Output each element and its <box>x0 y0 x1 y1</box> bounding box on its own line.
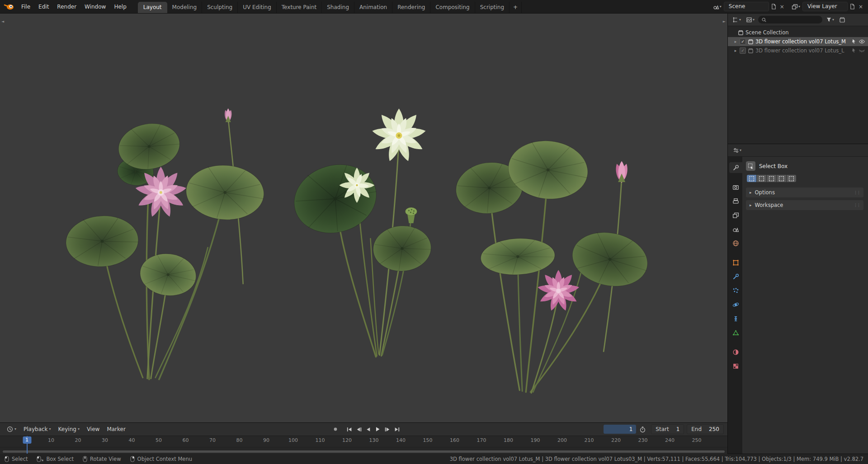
props-tab-constraints-icon[interactable] <box>729 313 742 324</box>
new-view-layer-icon[interactable] <box>849 3 856 10</box>
ruler-tick: 100 <box>288 437 298 443</box>
tab-texture-paint[interactable]: Texture Paint <box>277 2 322 13</box>
current-frame-indicator[interactable]: 1 <box>23 436 31 444</box>
blender-logo-icon[interactable] <box>4 3 14 11</box>
outliner-display-mode-icon[interactable]: ▾ <box>745 16 756 24</box>
disclosure-triangle-icon: ▸ <box>750 190 752 195</box>
section-options[interactable]: ▸ Options ⋮⋮ <box>746 187 863 197</box>
menu-help[interactable]: Help <box>110 2 130 11</box>
props-tab-scene-icon[interactable] <box>729 224 742 234</box>
sidebar-region-toggle-icon[interactable]: ► <box>723 20 726 23</box>
collection-icon <box>748 48 754 54</box>
props-tab-view-layer-icon[interactable] <box>729 210 742 220</box>
expand-arrow-icon[interactable]: ▸ <box>733 48 738 53</box>
select-mode-intersect-button[interactable] <box>787 175 796 182</box>
select-mode-subtract-button[interactable] <box>767 175 776 182</box>
props-tab-texture-icon[interactable] <box>729 361 742 371</box>
timeline-ruler[interactable]: 1020304050607080901001101201301401501601… <box>0 436 727 447</box>
jump-to-end-button[interactable] <box>393 426 401 433</box>
props-tab-output-icon[interactable] <box>729 196 742 206</box>
menu-file[interactable]: File <box>17 2 34 11</box>
start-frame-field[interactable]: Start1 <box>651 424 684 434</box>
collection-checkbox[interactable]: ✓ <box>740 47 746 54</box>
panel-grip-icon[interactable]: ⋮⋮ <box>854 190 860 195</box>
collection-name: 3D flower collection vol07 Lotus_M <box>755 38 849 45</box>
tab-layout[interactable]: Layout <box>138 2 167 13</box>
auto-keying-stopwatch-icon[interactable] <box>638 425 647 434</box>
next-keyframe-button[interactable] <box>383 426 392 433</box>
timeline-menu-playback[interactable]: Playback▾ <box>20 425 54 434</box>
remove-view-layer-icon[interactable]: × <box>857 4 864 10</box>
tab-modeling[interactable]: Modeling <box>167 2 203 13</box>
previous-keyframe-button[interactable] <box>354 426 363 433</box>
new-scene-icon[interactable] <box>770 3 778 10</box>
section-workspace[interactable]: ▸ Workspace ⋮⋮ <box>746 200 863 210</box>
outliner-filter-icon[interactable]: ▾ <box>825 16 835 23</box>
blender-window: File Edit Render Window Help Layout Mode… <box>0 0 868 464</box>
panel-grip-icon[interactable]: ⋮⋮ <box>854 203 860 207</box>
ruler-tick: 190 <box>531 437 540 443</box>
hint-box-select: Box Select <box>37 456 74 462</box>
eye-open-icon[interactable] <box>859 39 865 44</box>
tab-shading[interactable]: Shading <box>322 2 354 13</box>
timeline-editor-type-icon[interactable]: ▾ <box>4 425 19 434</box>
props-tab-world-icon[interactable] <box>729 238 742 248</box>
play-reverse-button[interactable] <box>364 426 373 433</box>
props-tab-object-icon[interactable] <box>729 257 742 268</box>
select-mode-new-button[interactable] <box>747 175 756 182</box>
add-workspace-button[interactable]: + <box>509 2 522 13</box>
props-tab-data-icon[interactable] <box>729 327 742 338</box>
hint-select: Select <box>5 456 28 462</box>
timeline-menu-marker[interactable]: Marker <box>104 425 128 434</box>
browse-view-layer-icon[interactable]: ▾ <box>790 3 802 11</box>
end-frame-field[interactable]: End250 <box>687 424 724 434</box>
tab-compositing[interactable]: Compositing <box>430 2 475 13</box>
tab-uv-editing[interactable]: UV Editing <box>238 2 277 13</box>
props-tab-render-icon[interactable] <box>729 182 742 192</box>
expand-arrow-icon[interactable]: ▸ <box>733 39 738 44</box>
play-button[interactable] <box>373 426 382 433</box>
selectable-pointer-icon[interactable] <box>851 48 857 53</box>
tab-animation[interactable]: Animation <box>354 2 392 13</box>
props-tab-physics-icon[interactable] <box>729 299 742 310</box>
3d-viewport[interactable]: ◄ ► <box>0 14 727 422</box>
timeline-scrollbar[interactable] <box>3 450 725 453</box>
outliner-editor-type-icon[interactable]: ▾ <box>731 16 742 24</box>
scene-name-field[interactable]: Scene <box>724 2 769 11</box>
timeline-menu-view[interactable]: View <box>84 425 103 434</box>
tab-rendering[interactable]: Rendering <box>392 2 430 13</box>
eye-closed-icon[interactable] <box>859 48 865 53</box>
jump-to-start-button[interactable] <box>345 426 354 433</box>
tab-scripting[interactable]: Scripting <box>475 2 509 13</box>
props-tab-particles-icon[interactable] <box>729 285 742 296</box>
new-collection-icon[interactable] <box>838 16 847 24</box>
selectable-pointer-icon[interactable] <box>851 39 857 44</box>
active-tool-icon[interactable] <box>746 161 755 171</box>
menu-render[interactable]: Render <box>53 2 80 11</box>
ruler-tick: 160 <box>450 437 459 443</box>
tab-sculpting[interactable]: Sculpting <box>202 2 238 13</box>
view-layer-field[interactable]: View Layer <box>802 2 848 11</box>
outliner-tree: Scene Collection ▸ ✓ 3D flower collectio… <box>728 26 868 144</box>
outliner-item-lotus-l[interactable]: ▸ ✓ 3D flower collection vol07 Lotus_L <box>728 46 868 55</box>
playhead[interactable]: 1 <box>27 436 28 454</box>
unlink-scene-icon[interactable]: × <box>778 4 786 10</box>
record-icon[interactable] <box>331 426 340 433</box>
browse-scene-icon[interactable]: ▾ <box>712 3 723 11</box>
props-tab-material-icon[interactable] <box>729 347 742 357</box>
current-frame-field[interactable]: 1 <box>604 425 636 434</box>
menu-edit[interactable]: Edit <box>34 2 53 11</box>
ruler-tick: 210 <box>585 437 594 443</box>
select-mode-invert-button[interactable] <box>777 175 786 182</box>
outliner-item-lotus-m[interactable]: ▸ ✓ 3D flower collection vol07 Lotus_M <box>728 37 868 46</box>
timeline-menu-keying[interactable]: Keying▾ <box>55 425 83 434</box>
collection-checkbox[interactable]: ✓ <box>740 38 746 45</box>
outliner-search-input[interactable] <box>758 16 822 23</box>
select-mode-extend-button[interactable] <box>757 175 766 182</box>
props-tab-tool-icon[interactable] <box>729 162 742 173</box>
properties-editor-type-icon[interactable]: ▾ <box>731 146 743 155</box>
props-tab-modifiers-icon[interactable] <box>729 271 742 282</box>
toolbar-region-toggle-icon[interactable]: ◄ <box>1 20 4 23</box>
scene-collection-row[interactable]: Scene Collection <box>728 28 868 37</box>
menu-window[interactable]: Window <box>80 2 110 11</box>
